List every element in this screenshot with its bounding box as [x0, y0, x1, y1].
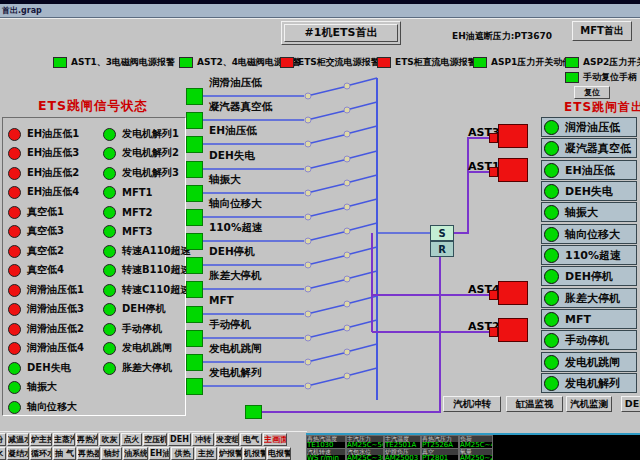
- logic-input-lamp: [186, 306, 203, 323]
- taskbar-btn-circwater[interactable]: 循环水: [30, 447, 52, 460]
- taskbar-btn-main-control[interactable]: 主控: [195, 447, 217, 460]
- logic-input-label: DEH失电: [209, 149, 255, 163]
- logic-input-lamp: [186, 233, 203, 250]
- taskbar-btn-reheater[interactable]: 再热器: [77, 447, 100, 460]
- taskbar-btn-sootblow[interactable]: 吹灰: [99, 433, 120, 446]
- status-cell: 再热汽温度TE1030: [306, 435, 346, 449]
- logic-input-label: DEH停机: [209, 245, 255, 259]
- first-out-row: EH油压低: [541, 160, 637, 180]
- status-lamp: [544, 205, 559, 220]
- first-out-row: 轴振大: [541, 202, 637, 222]
- nav-turbine-rolling-button[interactable]: 汽机冲转: [443, 396, 501, 412]
- taskbar-btn-heating[interactable]: 供热: [171, 447, 194, 460]
- logic-input-label: 润滑油压低: [209, 76, 262, 90]
- status-value: PT2801: [422, 455, 458, 460]
- logic-input-label: 凝汽器真空低: [209, 100, 272, 114]
- status-cell: 主汽压力AM25C~50: [346, 435, 384, 449]
- first-out-label: 凝汽器真空低: [565, 141, 631, 156]
- nav-turbine-monitor-button[interactable]: 汽机监测: [566, 396, 612, 412]
- status-cell: 汽包水位AM25C~30: [346, 448, 384, 460]
- latch-reset-box: R: [430, 241, 454, 257]
- taskbar-btn-pulverizer[interactable]: 制粉: [0, 433, 6, 446]
- first-out-label: 轴振大: [565, 205, 598, 220]
- taskbar-btn-gland-seal[interactable]: 轴封: [101, 447, 122, 460]
- logic-input-label: 轴向位移大: [209, 197, 262, 211]
- nav-cylinder-temp-button[interactable]: 缸温监视: [506, 396, 563, 412]
- status-cell: 负荷AM25C~43: [459, 435, 493, 449]
- logic-input-lamp: [186, 185, 203, 202]
- taskbar-btn-eh-oil[interactable]: EH油: [149, 447, 170, 460]
- status-cell: 再热汽压力PT2526A: [421, 435, 459, 449]
- logic-input-lamp: [186, 257, 203, 274]
- logic-input-label: MFT: [209, 294, 234, 306]
- process-values-panel: 再热汽温度TE1030 主汽压力AM25C~50 主汽温度TE2501A 再热汽…: [306, 433, 640, 460]
- first-out-row: 胀差大停机: [541, 288, 637, 308]
- first-out-label: 轴向位移大: [565, 227, 620, 242]
- status-lamp: [544, 227, 559, 242]
- status-value: AM250~2: [460, 455, 492, 460]
- taskbar-btn-oil-system[interactable]: 油系统: [123, 447, 148, 460]
- status-lamp: [544, 333, 559, 348]
- taskbar-btn-main-steam[interactable]: 主蒸汽: [53, 433, 75, 446]
- first-out-label: 发电机跳闸: [565, 355, 620, 370]
- first-out-label: DEH失电: [565, 184, 613, 199]
- first-out-label: 手动停机: [565, 333, 609, 348]
- taskbar-btn-condensate[interactable]: 凝结水: [7, 447, 29, 460]
- taskbar-btn-deh[interactable]: DEH: [168, 433, 191, 446]
- ast3-connector: [489, 133, 498, 143]
- logic-input-lamp: [186, 281, 203, 298]
- first-out-row: 110%超速: [541, 245, 637, 265]
- logic-input-lamp: [186, 161, 203, 178]
- ets-hmi-screen: 首出.grap #1机ETS首出 MFT首出 EH油遮断压力:PT3670 AS…: [0, 0, 640, 460]
- ast4-valve-box: [498, 281, 528, 305]
- status-cell: 炉膛负压AM25003: [384, 448, 421, 460]
- nav-deh-button[interactable]: DEH: [621, 396, 640, 412]
- ast1-connector: [489, 167, 498, 177]
- first-out-row: DEH失电: [541, 181, 637, 201]
- status-lamp: [544, 184, 559, 199]
- logic-input-lamp: [186, 209, 203, 226]
- taskbar-btn-turbine-alarm[interactable]: 机报警: [243, 447, 266, 460]
- first-out-label: 润滑油压低: [565, 120, 620, 135]
- status-lamp: [544, 248, 559, 263]
- status-lamp: [544, 312, 559, 327]
- first-out-row: DEH停机: [541, 266, 637, 286]
- logic-input-lamp: [186, 136, 203, 153]
- taskbar-btn-rolling[interactable]: 冲转: [192, 433, 214, 446]
- taskbar-btn-reheat-steam[interactable]: 再热汽: [76, 433, 98, 446]
- first-out-label: 胀差大停机: [565, 291, 620, 306]
- logic-input-lamp: [186, 88, 203, 105]
- status-lamp: [544, 355, 559, 370]
- first-out-label: EH油压低: [565, 163, 615, 178]
- taskbar-btn-feedwater[interactable]: 给水: [0, 447, 6, 460]
- first-out-row: 发电机解列: [541, 373, 637, 393]
- logic-input-lamp: [186, 330, 203, 347]
- status-value: AM25C~30: [347, 455, 383, 460]
- taskbar-btn-gen-transformer[interactable]: 发变组: [215, 433, 239, 446]
- logic-input-label: 发电机跳闸: [209, 342, 262, 356]
- first-out-label: DEH停机: [565, 269, 613, 284]
- latch-set-box: S: [430, 225, 454, 241]
- status-lamp: [544, 376, 559, 391]
- first-out-row: MFT: [541, 309, 637, 329]
- taskbar-btn-main-screen[interactable]: 主画面: [263, 433, 287, 446]
- taskbar-btn-air-compressor[interactable]: 空压机: [143, 433, 167, 446]
- first-out-label: 发电机解列: [565, 376, 620, 391]
- ast1-valve-box: [498, 158, 528, 182]
- status-lamp: [544, 141, 559, 156]
- reset-input-lamp: [245, 405, 262, 419]
- taskbar-btn-extraction[interactable]: 抽 气: [53, 447, 76, 460]
- status-cell: 汽机转速WS r/min: [306, 448, 346, 460]
- taskbar-btn-boiler-master[interactable]: 炉主控: [30, 433, 52, 446]
- taskbar-btn-boiler-alarm[interactable]: 炉报警: [218, 447, 242, 460]
- taskbar-btn-ignition[interactable]: 点火: [121, 433, 142, 446]
- first-out-row: 润滑油压低: [541, 117, 637, 137]
- ast4-connector: [489, 290, 498, 300]
- first-out-label: 110%超速: [565, 248, 621, 263]
- taskbar-btn-electrical-alarm[interactable]: 电报警: [267, 447, 291, 460]
- status-value: AM25003: [385, 455, 420, 460]
- logic-input-label: 手动停机: [209, 318, 251, 332]
- taskbar-btn-electrical[interactable]: 电气: [240, 433, 262, 446]
- taskbar-btn-desuperheat[interactable]: 减温水: [7, 433, 29, 446]
- logic-input-label: 110%超速: [209, 221, 262, 235]
